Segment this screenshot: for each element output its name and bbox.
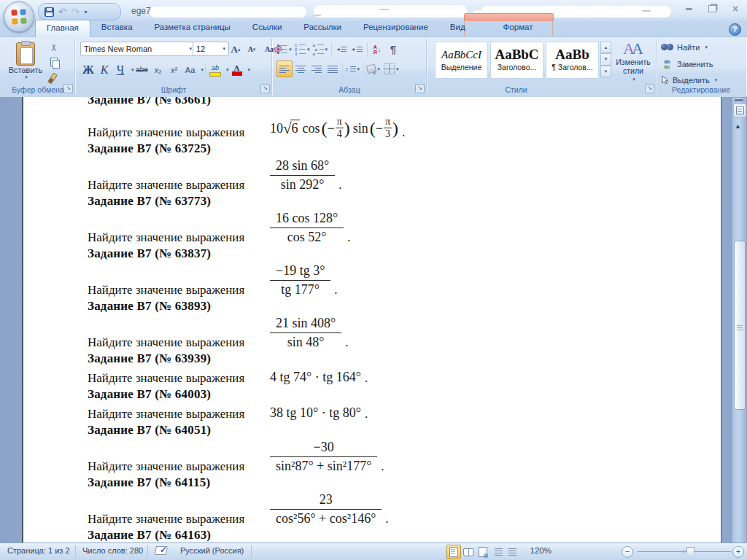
underline-button[interactable]: Ч: [112, 61, 130, 78]
zoom-level[interactable]: 120%: [530, 546, 551, 555]
tab-format[interactable]: Формат: [492, 20, 544, 36]
help-icon[interactable]: ?: [729, 23, 741, 36]
contextual-separator: [552, 20, 553, 36]
task-formula: 4 tg 74° · tg 164°: [270, 369, 361, 386]
scrollbar-thumb[interactable]: [734, 241, 746, 410]
styles-gallery-more-button[interactable]: ▼: [600, 66, 611, 77]
outline-view-button[interactable]: [490, 545, 505, 559]
line-spacing-button[interactable]: ↕ ▾: [344, 61, 362, 77]
grow-font-button[interactable]: А▴: [228, 41, 244, 58]
select-button[interactable]: Выделить ▾: [661, 75, 717, 85]
copy-button[interactable]: [48, 56, 69, 69]
strikethrough-button[interactable]: abe: [134, 61, 150, 78]
chevron-down-icon[interactable]: ▾: [248, 67, 251, 73]
web-layout-view-button[interactable]: [476, 545, 490, 559]
fraction-denominator: 3: [384, 128, 392, 139]
print-layout-view-button[interactable]: [446, 545, 461, 559]
tab-review[interactable]: Рецензирование: [352, 20, 439, 36]
style-card-heading1[interactable]: AaBbC Заголово...: [490, 42, 543, 79]
zoom-slider-thumb[interactable]: [686, 547, 694, 557]
font-name-combobox[interactable]: Times New Roman ▾: [80, 42, 196, 56]
numbering-button[interactable]: 1 2 3 ▾: [294, 41, 312, 58]
tab-home[interactable]: Главная: [35, 20, 90, 37]
justify-button[interactable]: [325, 61, 341, 77]
align-center-button[interactable]: [293, 61, 309, 77]
redo-icon[interactable]: ↷: [71, 7, 80, 17]
bullets-button[interactable]: ▾: [276, 41, 294, 58]
customize-qat-icon[interactable]: ▾: [84, 9, 87, 15]
paragraph-dialog-launcher[interactable]: ↘: [415, 84, 425, 93]
sort-button[interactable]: АЯ ↓: [369, 41, 385, 58]
style-card-emphasis[interactable]: AaBbCcI Выделение: [435, 42, 488, 79]
cut-button[interactable]: ✂: [48, 41, 69, 54]
task-row: Найдите значение выражения4 tg 74° · tg …: [88, 367, 699, 386]
format-painter-button[interactable]: [48, 71, 69, 85]
italic-button[interactable]: К: [96, 61, 112, 78]
style-name: Заголово...: [498, 63, 537, 71]
office-button[interactable]: [4, 1, 34, 32]
scroll-up-arrow[interactable]: ▲: [735, 122, 741, 130]
bold-button[interactable]: Ж: [80, 61, 96, 78]
change-styles-button[interactable]: AA Изменить стили ▾: [614, 40, 652, 87]
math-function: cos: [300, 120, 322, 136]
chevron-down-icon[interactable]: ▾: [131, 67, 134, 73]
tab-insert[interactable]: Вставка: [90, 20, 144, 36]
multilevel-list-button[interactable]: a a a ▾: [312, 41, 330, 58]
sentence-period: .: [334, 283, 337, 298]
replace-button[interactable]: ab ac Заменить: [661, 59, 713, 69]
replace-icon: ab ac: [661, 59, 673, 69]
styles-dialog-launcher[interactable]: ↘: [645, 84, 654, 93]
decrease-indent-button[interactable]: ◂: [333, 41, 349, 58]
superscript-button[interactable]: x²: [166, 61, 182, 78]
ruler-toggle-button[interactable]: [733, 104, 746, 117]
align-left-button[interactable]: [276, 61, 293, 77]
language-indicator[interactable]: Русский (Россия): [180, 546, 244, 555]
paste-button[interactable]: Вставить ▾: [6, 40, 45, 85]
shading-button[interactable]: ▾: [365, 61, 383, 77]
undo-icon[interactable]: ↶: [58, 7, 67, 17]
tab-references[interactable]: Ссылки: [241, 20, 293, 36]
styles-scroll-down-button[interactable]: ▼: [600, 53, 611, 65]
zoom-out-button[interactable]: −: [622, 546, 633, 558]
tab-view[interactable]: Вид: [439, 20, 476, 36]
clipboard-dialog-launcher[interactable]: ↘: [63, 84, 73, 93]
group-label-paragraph: Абзац: [273, 85, 426, 94]
replace-label: Заменить: [677, 60, 713, 69]
draft-view-button[interactable]: [505, 545, 519, 559]
change-case-button[interactable]: Аа: [182, 61, 200, 78]
split-handle[interactable]: [735, 99, 743, 101]
borders-button[interactable]: ▾: [383, 61, 401, 77]
spellcheck-status[interactable]: ✓: [155, 546, 167, 556]
math-text: −: [376, 120, 383, 136]
show-paragraph-marks-button[interactable]: ¶: [385, 41, 401, 58]
font-size-combobox[interactable]: 12 ▾: [193, 42, 229, 56]
ruler-icon: [736, 106, 744, 114]
text-highlight-button[interactable]: ab: [207, 61, 225, 79]
zoom-slider-track[interactable]: [638, 551, 731, 552]
reading-view-button[interactable]: [461, 545, 476, 559]
tab-page-layout[interactable]: Разметка страницы: [144, 20, 241, 36]
page-indicator[interactable]: Страница: 1 из 2: [7, 546, 70, 555]
styles-scroll-up-button[interactable]: ▲: [600, 42, 611, 53]
style-card-heading2[interactable]: AaBb ¶ Заголов...: [546, 42, 599, 79]
close-button[interactable]: ×: [729, 4, 741, 13]
ribbon: Вставить ▾ ✂ Буфер обмена ↘ Times New Ro…: [0, 36, 747, 98]
font-dialog-launcher[interactable]: ↘: [260, 84, 270, 93]
increase-indent-button[interactable]: ▸: [349, 41, 365, 58]
restore-button[interactable]: [706, 4, 718, 13]
numbering-icon: 1 2 3: [295, 44, 306, 55]
chevron-down-icon[interactable]: ▾: [201, 67, 204, 73]
subscript-button[interactable]: x₂: [150, 61, 166, 78]
document-page[interactable]: Задание В7 (№ 63661)Найдите значение выр…: [22, 97, 721, 543]
word-count[interactable]: Число слов: 280: [82, 546, 143, 555]
tab-mailings[interactable]: Рассылки: [293, 20, 352, 36]
save-icon[interactable]: [44, 7, 54, 17]
font-color-button[interactable]: А: [229, 61, 247, 79]
shrink-font-button[interactable]: А▾: [244, 41, 260, 58]
find-button[interactable]: Найти ▾: [661, 43, 708, 52]
vertical-scrollbar[interactable]: ▲: [732, 98, 746, 543]
minimize-button[interactable]: [683, 4, 694, 13]
cursor-arrow-icon: [661, 75, 669, 85]
zoom-in-button[interactable]: +: [732, 546, 744, 558]
align-right-button[interactable]: [309, 61, 325, 77]
